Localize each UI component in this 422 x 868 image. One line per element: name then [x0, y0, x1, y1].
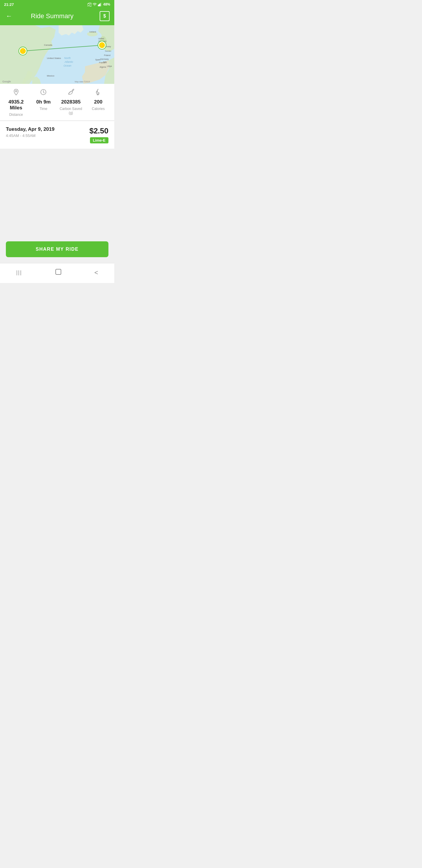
share-section: SHARE MY RIDE [0, 237, 114, 263]
share-my-ride-button[interactable]: SHARE MY RIDE [6, 241, 108, 257]
carbon-label: Carbon Saved (g) [57, 107, 85, 115]
svg-text:Germany: Germany [100, 58, 109, 60]
distance-label: Distance [9, 113, 23, 117]
nav-bar: ||| < [0, 263, 114, 283]
ride-cost: $2.50 [89, 126, 108, 135]
svg-text:Iceland: Iceland [89, 31, 96, 33]
wifi-icon [93, 2, 97, 6]
stat-calories: 200 Calories [85, 89, 112, 117]
calories-value: 200 [94, 99, 102, 105]
svg-point-1 [87, 6, 88, 6]
status-bar: 21:27 48% [0, 0, 114, 8]
svg-text:⚡: ⚡ [21, 49, 25, 53]
svg-text:United: United [98, 37, 104, 39]
svg-text:United States: United States [47, 57, 61, 60]
leaf-icon [67, 89, 74, 97]
svg-rect-0 [90, 4, 91, 6]
app-container: 21:27 48% ← Ride Summary $ [0, 0, 114, 283]
svg-rect-6 [100, 3, 101, 6]
location-icon [12, 89, 20, 97]
svg-text:Italy: Italy [103, 61, 107, 63]
status-time: 21:27 [4, 2, 14, 7]
ride-cost-section: $2.50 Lime-E [89, 126, 108, 144]
svg-rect-5 [100, 3, 100, 6]
map-container: Canada United States Mexico Iceland Unit… [0, 25, 114, 84]
svg-text:Ocean: Ocean [64, 64, 71, 67]
nav-home-icon[interactable] [50, 267, 67, 278]
svg-text:⚡: ⚡ [100, 43, 104, 48]
time-value: 0h 9m [36, 99, 51, 105]
svg-text:Spain: Spain [95, 59, 100, 61]
calories-label: Calories [92, 107, 105, 111]
svg-rect-4 [99, 4, 99, 6]
nav-menu-icon[interactable]: ||| [11, 268, 27, 277]
svg-rect-39 [56, 269, 61, 275]
page-title: Ride Summary [5, 12, 100, 20]
flame-icon [95, 89, 102, 97]
battery-text: 48% [103, 2, 110, 6]
ride-date: Tuesday, Apr 9, 2019 [6, 126, 55, 132]
svg-text:Algeria: Algeria [100, 66, 106, 68]
content-spacer [0, 149, 114, 237]
time-label: Time [39, 107, 47, 111]
carbon-value: 2028385 [61, 99, 80, 105]
ride-time-range: 4:45AM - 4:55AM [6, 133, 55, 138]
receipt-button[interactable]: $ [100, 11, 109, 21]
svg-rect-3 [98, 5, 99, 6]
square-icon [55, 268, 62, 276]
nav-back-icon[interactable]: < [90, 268, 103, 278]
ride-date-section: Tuesday, Apr 9, 2019 4:45AM - 4:55AM [6, 126, 55, 138]
svg-text:North: North [64, 57, 71, 60]
svg-text:Atlantic: Atlantic [64, 60, 73, 63]
stat-carbon: 2028385 Carbon Saved (g) [57, 89, 85, 117]
stats-row: 4935.2 Miles Distance 0h 9m Time [0, 84, 114, 121]
svg-text:Canada: Canada [44, 44, 53, 46]
stat-time: 0h 9m Time [30, 89, 58, 117]
svg-text:Map data ©2019: Map data ©2019 [75, 81, 90, 83]
svg-point-37 [15, 91, 17, 92]
cast-icon [87, 2, 91, 6]
clock-icon [40, 89, 47, 97]
app-header: ← Ride Summary $ [0, 8, 114, 25]
receipt-icon: $ [103, 13, 106, 19]
stat-distance: 4935.2 Miles Distance [2, 89, 30, 117]
ride-type-badge: Lime-E [90, 137, 108, 144]
svg-text:Poland: Poland [104, 54, 110, 56]
ride-info: Tuesday, Apr 9, 2019 4:45AM - 4:55AM $2.… [0, 121, 114, 149]
map-svg: Canada United States Mexico Iceland Unit… [0, 25, 114, 84]
signal-icon [98, 2, 102, 6]
svg-text:Sweden: Sweden [105, 50, 111, 52]
svg-text:Mexico: Mexico [47, 74, 55, 77]
svg-text:Libya: Libya [107, 65, 112, 67]
svg-text:Google: Google [2, 80, 11, 83]
distance-value: 4935.2 Miles [2, 99, 30, 111]
status-icons: 48% [87, 2, 110, 6]
